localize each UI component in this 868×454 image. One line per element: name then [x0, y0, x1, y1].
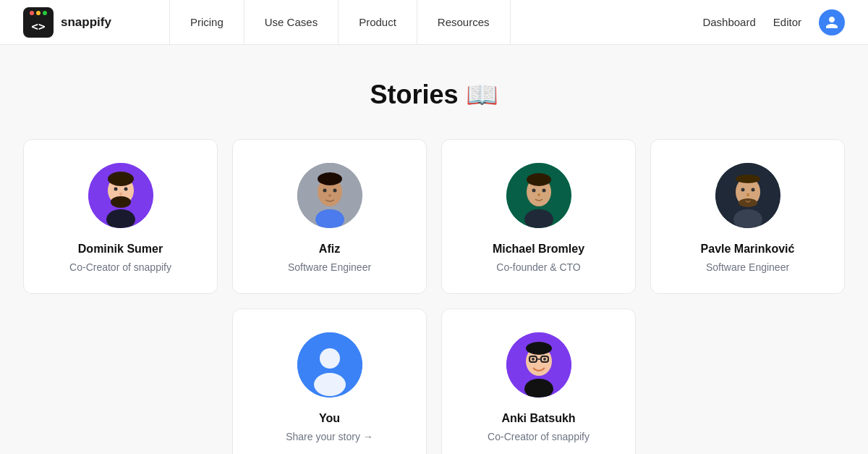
avatar-pavle: [715, 163, 780, 228]
svg-point-11: [323, 189, 326, 193]
dot-green: [43, 11, 47, 15]
brand-name: snappify: [61, 15, 111, 30]
story-role-pavle: Software Engineer: [706, 261, 789, 273]
stories-grid-row1: Dominik Sumer Co-Creator of snappify: [23, 139, 845, 294]
empty-card-2: [650, 308, 845, 454]
nav-link-product[interactable]: Product: [339, 0, 417, 45]
svg-point-24: [736, 175, 760, 183]
story-name-pavle: Pavle Marinković: [701, 243, 795, 256]
avatar-dominik: [88, 163, 153, 228]
page-title: Stories 📖: [23, 80, 845, 110]
dot-red: [30, 11, 34, 15]
nav-link-use-cases[interactable]: Use Cases: [244, 0, 339, 45]
dot-yellow: [36, 11, 41, 15]
svg-point-28: [746, 193, 749, 197]
svg-point-2: [108, 172, 134, 186]
svg-point-31: [320, 348, 340, 369]
logo-link[interactable]: <> snappify: [23, 7, 111, 38]
dashboard-link[interactable]: Dashboard: [702, 16, 755, 28]
svg-point-18: [532, 189, 535, 193]
logo-icon: <>: [23, 7, 54, 38]
story-role-michael: Co-founder & CTO: [496, 261, 580, 273]
avatar-afiz: [297, 163, 362, 228]
svg-point-26: [741, 188, 744, 192]
story-role-you: Share your story →: [286, 431, 373, 442]
svg-point-4: [114, 188, 117, 191]
svg-point-3: [111, 196, 131, 208]
svg-point-32: [314, 373, 346, 396]
story-name-dominik: Dominik Sumer: [78, 243, 163, 256]
story-card-pavle[interactable]: Pavle Marinković Software Engineer: [650, 139, 845, 294]
story-role-dominik: Co-Creator of snappify: [69, 261, 171, 273]
story-role-anki: Co-Creator of snappify: [488, 431, 590, 442]
empty-card-1: [23, 308, 218, 454]
svg-point-5: [124, 188, 127, 191]
story-role-afiz: Software Engineer: [288, 261, 371, 273]
story-name-you: You: [319, 412, 340, 425]
svg-point-35: [526, 342, 552, 355]
svg-point-13: [328, 194, 331, 197]
stories-grid-row2: You Share your story →: [23, 308, 845, 454]
avatar-michael: [506, 163, 571, 228]
story-card-dominik[interactable]: Dominik Sumer Co-Creator of snappify: [23, 139, 218, 294]
nav-link-pricing[interactable]: Pricing: [169, 0, 244, 45]
user-avatar[interactable]: [819, 9, 845, 35]
story-card-you[interactable]: You Share your story →: [232, 308, 427, 454]
nav-links: Pricing Use Cases Product Resources: [169, 0, 703, 45]
svg-point-39: [532, 358, 535, 361]
svg-point-17: [527, 173, 551, 186]
nav-actions: Dashboard Editor: [702, 9, 845, 35]
editor-link[interactable]: Editor: [773, 16, 801, 28]
svg-point-10: [318, 172, 342, 185]
avatar-anki: [506, 332, 571, 398]
story-card-michael[interactable]: Michael Bromley Co-founder & CTO: [441, 139, 636, 294]
story-name-michael: Michael Bromley: [493, 243, 584, 256]
svg-point-12: [333, 189, 336, 193]
svg-point-25: [739, 198, 757, 207]
logo-bracket: <>: [31, 20, 45, 33]
nav-link-resources[interactable]: Resources: [417, 0, 511, 45]
svg-point-40: [543, 358, 546, 361]
svg-point-20: [537, 193, 540, 196]
navbar: <> snappify Pricing Use Cases Product Re…: [0, 0, 868, 45]
story-card-anki[interactable]: Anki Batsukh Co-Creator of snappify: [441, 308, 636, 454]
main-content: Stories 📖: [0, 45, 868, 454]
svg-point-27: [751, 188, 754, 192]
svg-point-6: [119, 193, 122, 196]
story-name-afiz: Afiz: [319, 243, 340, 256]
story-card-afiz[interactable]: Afiz Software Engineer: [232, 139, 427, 294]
avatar-you: [297, 332, 362, 398]
svg-point-19: [542, 189, 545, 193]
story-name-anki: Anki Batsukh: [501, 412, 575, 425]
